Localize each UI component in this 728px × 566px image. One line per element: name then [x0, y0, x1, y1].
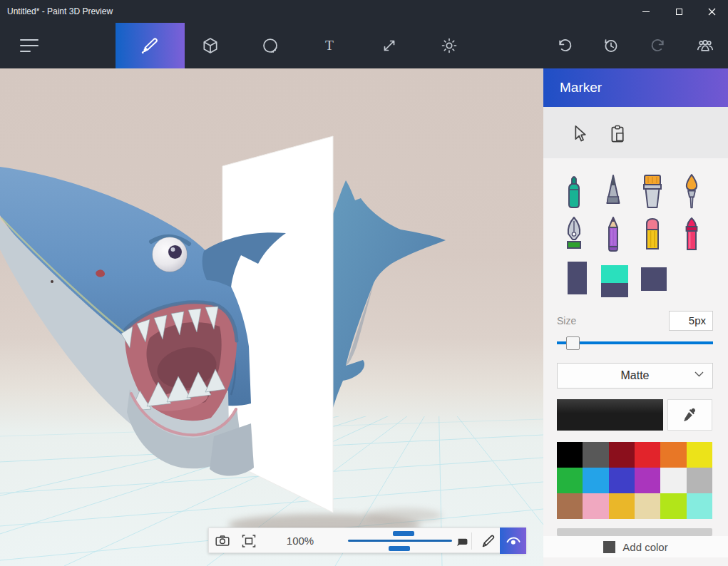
palette-swatch[interactable] [660, 468, 686, 493]
remix-3d-button[interactable] [688, 29, 722, 63]
paste-button[interactable] [603, 120, 632, 148]
brush-pixel-pen[interactable] [558, 214, 590, 255]
sun-icon [440, 36, 458, 55]
palette-swatch[interactable] [609, 442, 635, 468]
plane-shadow-2 [364, 508, 442, 523]
fit-view-icon [240, 532, 257, 550]
eyedropper-icon [682, 407, 698, 423]
people-icon [695, 36, 715, 55]
titlebar: Untitled* - Paint 3D Preview [0, 0, 728, 23]
clipboard-icon [607, 124, 627, 144]
zoom-percentage: 100% [277, 528, 323, 554]
history-button[interactable] [594, 29, 628, 63]
paint3d-window: Untitled* - Paint 3D Preview [0, 0, 728, 566]
brush-marker[interactable] [558, 171, 590, 212]
brush-pencil[interactable] [597, 214, 630, 255]
svg-text:T: T [325, 38, 334, 53]
panel-header: Marker [543, 68, 728, 107]
select-tool-button[interactable] [565, 120, 593, 148]
view-3d-toggle[interactable] [500, 528, 526, 554]
draw-mode-button[interactable] [478, 532, 499, 550]
canvas-viewport[interactable]: 100% [0, 68, 543, 566]
zoom-slider-thumb[interactable] [393, 531, 414, 536]
mixed-reality-icon [455, 533, 471, 549]
brush-crayon[interactable] [675, 214, 708, 255]
panel-scrollbar[interactable] [557, 528, 712, 536]
marker-pen-icon [480, 532, 497, 550]
clipboard-strip [543, 107, 728, 158]
palette-swatch[interactable] [557, 442, 583, 468]
scene-3d[interactable] [0, 68, 543, 566]
tool-panel: Marker [543, 68, 728, 566]
minimize-button[interactable] [630, 0, 662, 23]
eyedropper-button[interactable] [667, 399, 712, 431]
palette-swatch[interactable] [635, 468, 660, 493]
stroke-type-solid[interactable] [568, 262, 587, 294]
chevron-down-icon [694, 371, 704, 377]
cursor-icon [569, 124, 589, 144]
cube-icon [201, 36, 220, 55]
undo-button[interactable] [548, 29, 583, 63]
palette-swatch[interactable] [635, 442, 660, 468]
palette-swatch[interactable] [583, 468, 608, 493]
toolbar-divider [471, 532, 472, 550]
size-slider-track[interactable] [557, 341, 713, 344]
zoom-slider-track[interactable] [348, 540, 452, 542]
menu-button[interactable] [12, 29, 46, 63]
resize-icon [380, 36, 399, 55]
sticker-icon [261, 36, 280, 55]
palette-grid [557, 442, 712, 519]
viewport-toolbar: 100% [208, 528, 526, 553]
palette-swatch[interactable] [583, 442, 608, 468]
stroke-type-dual[interactable] [601, 265, 628, 297]
current-color-swatch[interactable] [557, 399, 663, 431]
tab-3d-shapes[interactable] [193, 29, 227, 63]
tab-text[interactable]: T [312, 29, 347, 63]
palette-swatch[interactable] [687, 493, 712, 519]
palette-swatch[interactable] [635, 493, 660, 519]
brush-eraser[interactable] [636, 214, 669, 255]
undo-icon [556, 36, 575, 55]
palette-swatch[interactable] [557, 468, 583, 493]
close-icon [708, 8, 716, 16]
palette-swatch[interactable] [609, 493, 635, 519]
tab-brushes[interactable] [116, 23, 185, 68]
size-slider-thumb[interactable] [566, 336, 580, 350]
add-color-icon [603, 541, 615, 553]
zoom-slider-thumb-lower[interactable] [389, 546, 410, 551]
size-value-input[interactable]: 5px [669, 311, 713, 331]
redo-button[interactable] [640, 29, 675, 63]
zoom-to-fit-button[interactable] [238, 532, 260, 550]
palette-swatch[interactable] [583, 493, 608, 519]
brush-watercolor[interactable] [675, 171, 708, 212]
history-icon [602, 36, 620, 55]
add-color-button[interactable]: Add color [543, 536, 728, 557]
tab-stickers[interactable] [253, 29, 287, 63]
screenshot-button[interactable] [212, 532, 233, 550]
window-title: Untitled* - Paint 3D Preview [7, 0, 113, 23]
shark-tail[interactable] [333, 180, 446, 408]
stroke-type-dual-top [601, 265, 628, 283]
add-color-label: Add color [622, 541, 667, 553]
finish-dropdown[interactable]: Matte [557, 363, 713, 389]
palette-swatch[interactable] [687, 468, 712, 493]
minimize-icon [642, 11, 650, 12]
palette-swatch[interactable] [660, 493, 686, 519]
palette-swatch[interactable] [687, 442, 712, 468]
maximize-icon [676, 9, 682, 15]
palette-swatch[interactable] [660, 442, 686, 468]
palette-swatch[interactable] [557, 493, 583, 519]
tab-canvas[interactable] [372, 29, 406, 63]
mixed-reality-button[interactable] [452, 532, 473, 550]
brush-oil-brush[interactable] [636, 171, 669, 212]
panel-title: Marker [560, 68, 602, 107]
brush-calligraphy-pen[interactable] [597, 171, 630, 212]
maximize-button[interactable] [662, 0, 695, 23]
eye-icon [505, 532, 522, 550]
palette-swatch[interactable] [609, 468, 635, 493]
brush-icon [140, 35, 161, 56]
camera-icon [214, 532, 231, 550]
close-button[interactable] [695, 0, 728, 23]
stroke-type-square[interactable] [641, 267, 667, 291]
tab-effects[interactable] [432, 29, 466, 63]
